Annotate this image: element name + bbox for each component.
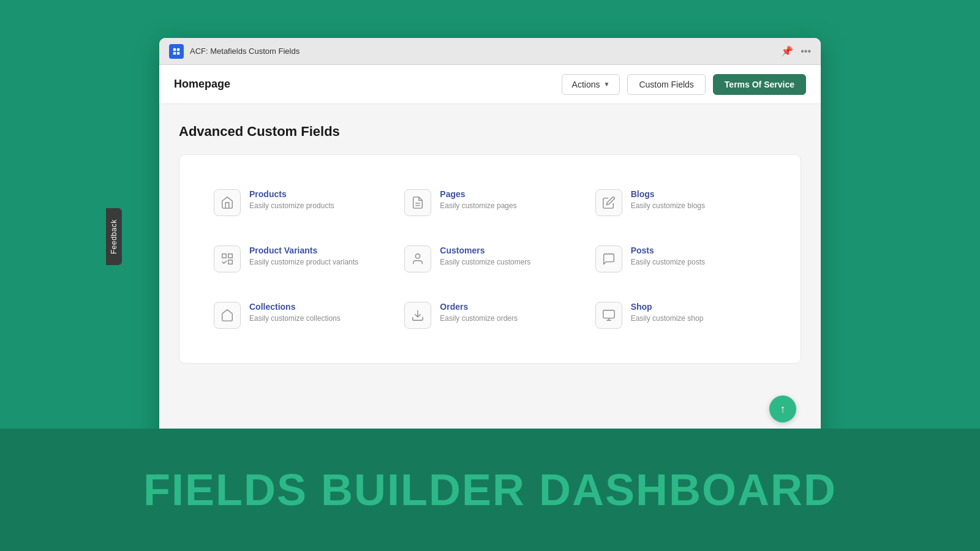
card-text-pages: Pages Easily customize pages: [440, 189, 516, 211]
blogs-icon: [595, 189, 622, 216]
pin-icon[interactable]: 📌: [781, 45, 793, 57]
bottom-banner: FIELDS BUILDER DASHBOARD: [0, 429, 980, 551]
orders-icon: [404, 302, 431, 329]
svg-rect-0: [173, 48, 176, 50]
card-desc-collections: Easily customize collections: [249, 313, 341, 324]
scroll-to-top-button[interactable]: ↑: [769, 395, 796, 422]
svg-rect-1: [177, 48, 179, 50]
card-desc-products: Easily customize products: [249, 201, 334, 211]
terms-of-service-button[interactable]: Terms Of Service: [713, 74, 806, 95]
cards-container: Products Easily customize products Pages…: [179, 154, 801, 364]
card-title-orders: Orders: [440, 302, 518, 312]
main-content: Advanced Custom Fields Products Easily c…: [159, 104, 821, 447]
custom-fields-button[interactable]: Custom Fields: [627, 74, 705, 95]
browser-window: ACF: Metafields Custom Fields 📌 ••• Home…: [159, 38, 821, 447]
background-wrapper: ACF: Metafields Custom Fields 📌 ••• Home…: [0, 0, 980, 551]
card-desc-posts: Easily customize posts: [631, 257, 705, 268]
card-text-posts: Posts Easily customize posts: [631, 246, 705, 268]
card-item-product-variants[interactable]: Product Variants Easily customize produc…: [204, 231, 394, 287]
card-text-product-variants: Product Variants Easily customize produc…: [249, 246, 358, 268]
svg-rect-7: [228, 254, 232, 258]
svg-rect-11: [603, 310, 614, 318]
card-title-product-variants: Product Variants: [249, 246, 358, 255]
card-title-customers: Customers: [440, 246, 530, 255]
browser-controls: 📌 •••: [781, 45, 811, 57]
svg-point-9: [416, 254, 420, 258]
customers-icon: [404, 246, 431, 272]
svg-rect-6: [222, 254, 226, 258]
bottom-banner-text: FIELDS BUILDER DASHBOARD: [143, 465, 837, 515]
card-text-blogs: Blogs Easily customize blogs: [631, 189, 705, 211]
card-desc-pages: Easily customize pages: [440, 201, 516, 211]
collections-icon: [214, 302, 241, 329]
svg-rect-3: [177, 51, 179, 54]
card-desc-blogs: Easily customize blogs: [631, 201, 705, 211]
more-options-icon[interactable]: •••: [801, 46, 811, 57]
card-title-posts: Posts: [631, 246, 705, 255]
card-desc-orders: Easily customize orders: [440, 313, 518, 324]
posts-icon: [595, 246, 622, 272]
app-favicon: [169, 44, 184, 59]
card-item-shop[interactable]: Shop Easily customize shop: [586, 287, 776, 343]
browser-titlebar: ACF: Metafields Custom Fields 📌 •••: [159, 38, 821, 65]
card-item-blogs[interactable]: Blogs Easily customize blogs: [586, 174, 776, 231]
card-desc-shop: Easily customize shop: [631, 313, 704, 324]
svg-rect-2: [173, 51, 176, 54]
shop-icon: [595, 302, 622, 329]
pages-icon: [404, 189, 431, 216]
page-title: Homepage: [174, 78, 554, 91]
browser-tab-title: ACF: Metafields Custom Fields: [190, 47, 781, 56]
card-desc-product-variants: Easily customize product variants: [249, 257, 358, 268]
app-header: Homepage Actions ▼ Custom Fields Terms O…: [159, 65, 821, 104]
card-text-shop: Shop Easily customize shop: [631, 302, 704, 324]
card-item-orders[interactable]: Orders Easily customize orders: [394, 287, 585, 343]
feedback-tab[interactable]: Feedback: [106, 208, 122, 265]
actions-button[interactable]: Actions ▼: [562, 74, 620, 95]
card-text-products: Products Easily customize products: [249, 189, 334, 211]
card-title-shop: Shop: [631, 302, 704, 312]
cards-grid: Products Easily customize products Pages…: [204, 174, 776, 343]
card-title-collections: Collections: [249, 302, 341, 312]
product-variants-icon: [214, 246, 241, 272]
content-heading: Advanced Custom Fields: [179, 124, 801, 140]
card-text-collections: Collections Easily customize collections: [249, 302, 341, 324]
chevron-down-icon: ▼: [603, 81, 609, 88]
card-text-orders: Orders Easily customize orders: [440, 302, 518, 324]
card-item-products[interactable]: Products Easily customize products: [204, 174, 394, 231]
card-text-customers: Customers Easily customize customers: [440, 246, 530, 268]
card-item-collections[interactable]: Collections Easily customize collections: [204, 287, 394, 343]
card-desc-customers: Easily customize customers: [440, 257, 530, 268]
svg-rect-8: [228, 260, 232, 264]
card-item-posts[interactable]: Posts Easily customize posts: [586, 231, 776, 287]
card-title-blogs: Blogs: [631, 189, 705, 199]
card-title-products: Products: [249, 189, 334, 199]
card-item-pages[interactable]: Pages Easily customize pages: [394, 174, 585, 231]
card-item-customers[interactable]: Customers Easily customize customers: [394, 231, 585, 287]
products-icon: [214, 189, 241, 216]
card-title-pages: Pages: [440, 189, 516, 199]
